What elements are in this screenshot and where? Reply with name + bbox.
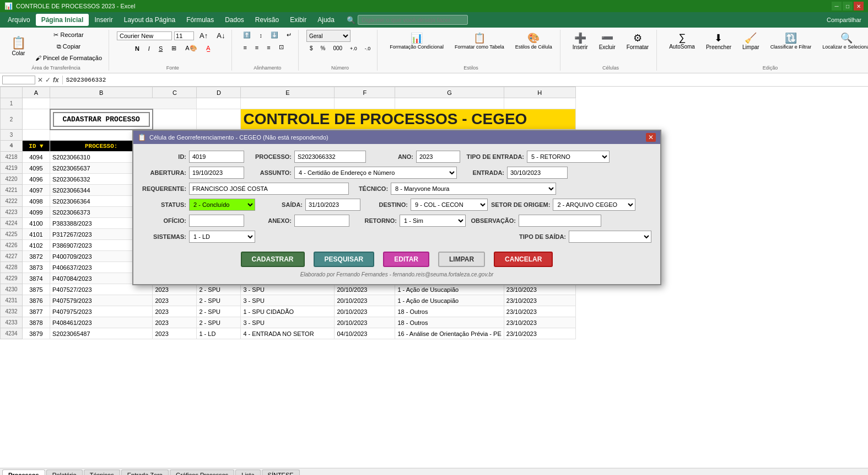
- sheet-tab-processos[interactable]: Processos: [2, 469, 45, 475]
- wrap-text-button[interactable]: ↵: [283, 30, 295, 40]
- menu-ajuda[interactable]: Ajuda: [312, 14, 340, 26]
- menu-exibir[interactable]: Exibir: [284, 14, 312, 26]
- sheet-tab-relatório[interactable]: Relatório: [46, 469, 83, 475]
- abertura-input[interactable]: [189, 167, 244, 179]
- confirm-formula-icon[interactable]: ✓: [45, 76, 51, 84]
- fx-icon[interactable]: fx: [53, 76, 59, 84]
- find-button[interactable]: 🔍 Localizar e Selecionar: [818, 30, 868, 52]
- border-button[interactable]: ⊞: [168, 43, 180, 54]
- cell-reference-input[interactable]: [2, 76, 35, 84]
- col-header-h[interactable]: H: [504, 87, 575, 98]
- retorno-select[interactable]: 1 - Sim: [400, 215, 466, 227]
- pesquisar-button[interactable]: PESQUISAR: [314, 252, 375, 267]
- oficio-input[interactable]: [189, 215, 244, 227]
- tipo-entrada-select[interactable]: 5 - RETORNO: [527, 151, 610, 163]
- conditional-format-button[interactable]: 📊 Formatação Condicional: [385, 30, 448, 52]
- processo-input[interactable]: [294, 151, 366, 163]
- increase-font-button[interactable]: A↑: [196, 30, 211, 41]
- number-format-select[interactable]: Geral: [306, 30, 351, 42]
- ano-input[interactable]: [416, 151, 460, 163]
- col-header-d[interactable]: D: [197, 87, 241, 98]
- col-header-e[interactable]: E: [241, 87, 335, 98]
- cancelar-button[interactable]: CANCELAR: [494, 252, 553, 267]
- align-bottom-button[interactable]: ⬇️: [267, 30, 282, 40]
- col-header-a[interactable]: A: [23, 87, 50, 98]
- observacao-input[interactable]: [519, 215, 601, 227]
- tecnico-select[interactable]: 8 - Maryvone Moura: [391, 183, 556, 195]
- requerente-input[interactable]: [189, 183, 349, 195]
- format-table-button[interactable]: 📋 Formatar como Tabela: [450, 30, 509, 52]
- align-right-button[interactable]: ≡: [263, 42, 273, 52]
- entrada-input[interactable]: [507, 167, 568, 179]
- paste-button[interactable]: 📋 Colar: [7, 34, 30, 58]
- setor-origem-select[interactable]: 2 - ARQUIVO CEGEO: [553, 199, 635, 211]
- dialog-close-button[interactable]: ✕: [646, 133, 656, 142]
- sheet-tab-síntese[interactable]: SÍNTESE: [262, 469, 300, 475]
- menu-revisao[interactable]: Revisão: [250, 14, 284, 26]
- col-header-c[interactable]: C: [153, 87, 197, 98]
- sheet-tab-entrada-zero[interactable]: Entrada Zero: [121, 469, 169, 475]
- cut-button[interactable]: ✂ Recortar: [32, 30, 105, 40]
- copy-button[interactable]: ⧉ Copiar: [32, 41, 105, 52]
- decrease-font-button[interactable]: A↓: [213, 30, 228, 41]
- maximize-button[interactable]: □: [843, 2, 853, 10]
- destino-select[interactable]: 9 - COL - CECON: [411, 199, 488, 211]
- sheet-tab-gráficos-processos[interactable]: Gráficos Processos: [170, 469, 234, 475]
- id-header[interactable]: ID ▼: [23, 141, 50, 152]
- limpar-button[interactable]: LIMPAR: [438, 252, 485, 267]
- merge-center-button[interactable]: ⊡: [276, 42, 287, 52]
- formula-input[interactable]: [66, 77, 866, 83]
- insert-cells-button[interactable]: ➕ Inserir: [568, 30, 592, 52]
- cadastrar-processo-button[interactable]: CADASTRAR PROCESSO: [53, 112, 150, 127]
- tipo-saida-select[interactable]: [569, 231, 651, 243]
- col-header-g[interactable]: G: [395, 87, 504, 98]
- font-family-input[interactable]: [117, 31, 172, 40]
- font-size-input[interactable]: [174, 31, 194, 40]
- editar-button[interactable]: EDITAR: [383, 252, 429, 267]
- align-left-button[interactable]: ≡: [240, 42, 250, 52]
- bold-button[interactable]: N: [132, 44, 143, 54]
- sheet-tab-técnicos[interactable]: Técnicos: [84, 469, 120, 475]
- anexo-input[interactable]: [294, 215, 349, 227]
- ribbon-search-input[interactable]: [358, 15, 468, 25]
- saida-input[interactable]: [305, 199, 360, 211]
- minimize-button[interactable]: ─: [832, 2, 842, 10]
- percent-button[interactable]: %: [317, 44, 328, 53]
- col-header-f[interactable]: F: [335, 87, 395, 98]
- font-color-button[interactable]: A̲: [203, 43, 214, 54]
- cancel-formula-icon[interactable]: ✕: [37, 76, 43, 84]
- clear-button[interactable]: 🧹 Limpar: [738, 30, 764, 52]
- fill-button[interactable]: ⬇ Preencher: [702, 30, 736, 52]
- menu-formulas[interactable]: Fórmulas: [181, 14, 219, 26]
- sheet-tab-lista[interactable]: Lista: [235, 469, 260, 475]
- currency-button[interactable]: $: [306, 44, 316, 53]
- status-select[interactable]: 2 - Concluído: [189, 199, 255, 211]
- id-input[interactable]: [189, 151, 244, 163]
- sistemas-select[interactable]: 1 - LD: [189, 231, 255, 243]
- increase-decimal-button[interactable]: +.0: [347, 44, 360, 53]
- assunto-select[interactable]: 4 - Certidão de Endereço e Número: [294, 167, 457, 179]
- italic-button[interactable]: I: [145, 44, 153, 54]
- format-painter-button[interactable]: 🖌 Pincel de Formatação: [32, 53, 105, 63]
- align-middle-button[interactable]: ↕: [256, 30, 266, 40]
- col-header-b[interactable]: B: [50, 87, 153, 98]
- align-top-button[interactable]: ⬆️: [240, 30, 254, 40]
- close-button[interactable]: ✕: [854, 2, 864, 10]
- georreferenciamento-dialog[interactable]: 📋 Célula de Georreferenciamento - CEGEO …: [132, 130, 661, 285]
- underline-button[interactable]: S: [155, 44, 166, 54]
- delete-cells-button[interactable]: ➖ Excluir: [595, 30, 620, 52]
- fill-color-button[interactable]: A🎨: [182, 43, 200, 54]
- cadastrar-button[interactable]: CADASTRAR: [241, 252, 305, 267]
- comma-button[interactable]: 000: [330, 44, 346, 53]
- format-cells-button[interactable]: ⚙ Formatar: [622, 30, 654, 52]
- menu-pagina-inicial[interactable]: Página Inicial: [36, 14, 89, 26]
- menu-dados[interactable]: Dados: [219, 14, 250, 26]
- sort-filter-button[interactable]: 🔃 Classificar e Filtrar: [766, 30, 816, 52]
- menu-arquivo[interactable]: Arquivo: [2, 14, 36, 26]
- decrease-decimal-button[interactable]: -.0: [362, 44, 374, 53]
- autosum-button[interactable]: ∑ AutoSoma: [665, 30, 699, 52]
- menu-inserir[interactable]: Inserir: [89, 14, 118, 26]
- menu-layout[interactable]: Layout da Página: [118, 14, 181, 26]
- cell-styles-button[interactable]: 🎨 Estilos de Célula: [511, 30, 557, 52]
- align-center-button[interactable]: ≡: [252, 42, 262, 52]
